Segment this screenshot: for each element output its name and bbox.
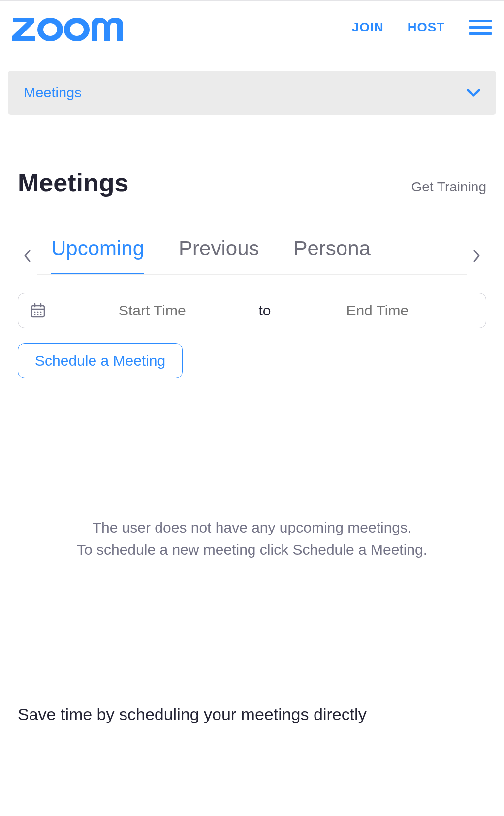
tab-previous[interactable]: Previous — [179, 237, 259, 274]
join-link[interactable]: JOIN — [352, 20, 384, 35]
svg-point-3 — [70, 23, 84, 36]
chevron-down-icon — [467, 89, 480, 97]
calendar-icon — [30, 303, 46, 318]
svg-point-11 — [34, 314, 36, 315]
header-actions: JOIN HOST — [352, 20, 492, 35]
svg-point-10 — [40, 312, 42, 313]
empty-state: The user does not have any upcoming meet… — [18, 516, 486, 561]
svg-point-13 — [40, 314, 42, 315]
main-content: Meetings Get Training Upcoming Previous … — [0, 168, 504, 726]
svg-point-8 — [34, 312, 36, 313]
hamburger-menu-icon[interactable] — [469, 20, 492, 35]
tab-upcoming[interactable]: Upcoming — [51, 237, 144, 274]
date-range-picker[interactable]: to — [18, 293, 486, 328]
tab-personal[interactable]: Persona — [294, 237, 371, 274]
nav-dropdown[interactable]: Meetings — [8, 71, 496, 115]
empty-state-line2: To schedule a new meeting click Schedule… — [18, 538, 486, 561]
get-training-link[interactable]: Get Training — [411, 179, 486, 195]
page-title: Meetings — [18, 168, 128, 197]
empty-state-line1: The user does not have any upcoming meet… — [18, 516, 486, 538]
svg-point-1 — [43, 23, 57, 36]
section-divider — [18, 659, 486, 659]
footer-promo-text: Save time by scheduling your meetings di… — [18, 703, 486, 726]
zoom-logo[interactable] — [12, 13, 130, 41]
svg-point-9 — [37, 312, 39, 313]
start-time-input[interactable] — [56, 302, 249, 319]
tabs-scroll-left[interactable] — [18, 250, 37, 262]
date-range-separator: to — [258, 302, 271, 319]
tabs: Upcoming Previous Persona — [37, 237, 467, 275]
nav-dropdown-label: Meetings — [24, 85, 82, 101]
tabs-scroll-right[interactable] — [467, 250, 486, 262]
tabs-container: Upcoming Previous Persona — [18, 237, 486, 275]
header: JOIN HOST — [0, 1, 504, 53]
svg-point-12 — [37, 314, 39, 315]
schedule-meeting-button[interactable]: Schedule a Meeting — [18, 343, 183, 378]
page-header: Meetings Get Training — [18, 168, 486, 197]
host-link[interactable]: HOST — [408, 20, 445, 35]
end-time-input[interactable] — [281, 302, 474, 319]
